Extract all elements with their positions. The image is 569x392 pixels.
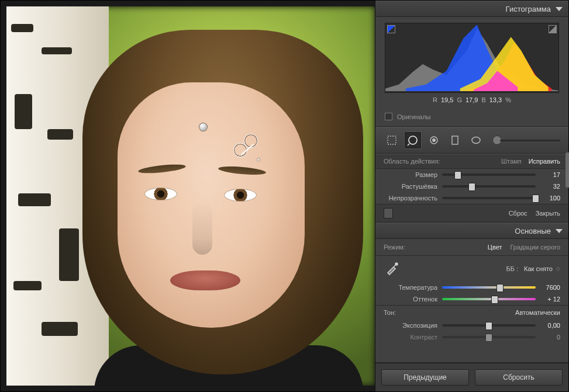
originals-label: Оригиналы xyxy=(397,113,431,120)
bottom-button-bar: Предыдущие Сбросить xyxy=(375,363,568,391)
feather-slider[interactable]: Растушёвка 32 xyxy=(375,181,568,192)
photo-nose xyxy=(192,202,212,255)
svg-point-5 xyxy=(472,137,480,144)
basic-title: Основные xyxy=(515,227,551,235)
previous-button[interactable]: Предыдущие xyxy=(381,369,469,386)
treatment-bw[interactable]: Градации серого xyxy=(511,244,561,251)
white-balance-dropper-icon[interactable] xyxy=(384,261,400,277)
spot-reset-button[interactable]: Сброс xyxy=(509,210,527,217)
photo-eye xyxy=(144,188,177,200)
spot-area-label: Область действия: xyxy=(384,158,440,165)
photo-eye xyxy=(224,189,257,202)
spot-close-button[interactable]: Закрыть xyxy=(536,210,560,217)
spot-removal-tool-icon[interactable] xyxy=(405,132,421,148)
svg-rect-4 xyxy=(452,136,458,144)
treatment-label: Режим: xyxy=(384,244,405,251)
image-preview[interactable]: + xyxy=(6,6,375,386)
svg-point-1 xyxy=(409,136,417,144)
tone-auto-button[interactable]: Автоматически xyxy=(515,309,560,316)
wb-label: ББ : xyxy=(506,265,518,272)
tint-slider[interactable]: Оттенок + 12 xyxy=(375,293,568,305)
tool-strip xyxy=(375,127,568,154)
heal-spot-pin[interactable] xyxy=(199,123,207,131)
crop-tool-icon[interactable] xyxy=(384,132,400,148)
treatment-color[interactable]: Цвет xyxy=(488,244,502,251)
svg-point-3 xyxy=(433,139,435,141)
graduated-filter-tool-icon[interactable] xyxy=(447,132,463,148)
right-panel: Гистограмма R19,5 G17,9 B13,3 % Ориг xyxy=(375,1,568,391)
temperature-slider[interactable]: Температура 7600 xyxy=(375,282,568,293)
radial-filter-tool-icon[interactable] xyxy=(468,132,484,148)
collapse-icon xyxy=(556,229,563,233)
panel-resize-grip[interactable] xyxy=(565,152,569,188)
opacity-slider[interactable]: Непрозрачность 100 xyxy=(375,192,568,204)
basic-panel-header[interactable]: Основные xyxy=(375,223,568,239)
spot-removal-panel: Область действия: Штамп Исправить Размер… xyxy=(375,154,568,223)
adjustment-brush-slider[interactable] xyxy=(492,136,560,145)
collapse-icon xyxy=(556,7,563,11)
svg-rect-0 xyxy=(388,136,396,144)
tone-label: Тон: xyxy=(384,309,396,316)
redeye-tool-icon[interactable] xyxy=(426,132,442,148)
exposure-slider[interactable]: Экспозиция 0,00 xyxy=(375,320,568,331)
photo-face xyxy=(118,82,305,328)
spot-panel-switch[interactable] xyxy=(384,208,393,218)
size-slider[interactable]: Размер 17 xyxy=(375,169,568,181)
rgb-readout: R19,5 G17,9 B13,3 % xyxy=(385,93,559,107)
spot-mode-stamp[interactable]: Штамп xyxy=(501,158,522,165)
svg-point-6 xyxy=(395,263,398,265)
basic-panel: Режим: Цвет Градации серого ББ : Как сня… xyxy=(375,239,568,363)
histogram-title: Гистограмма xyxy=(506,5,551,13)
histogram-chart[interactable] xyxy=(385,23,559,93)
contrast-slider[interactable]: Контраст 0 xyxy=(375,331,568,343)
histogram-panel: R19,5 G17,9 B13,3 % Оригиналы xyxy=(375,17,568,127)
spot-mode-heal[interactable]: Исправить xyxy=(529,158,560,165)
wb-preset-dropdown[interactable]: Как снято◇ xyxy=(524,265,560,272)
reset-button[interactable]: Сбросить xyxy=(475,369,563,386)
photo-lips xyxy=(170,270,240,290)
originals-checkbox[interactable] xyxy=(385,113,392,120)
histogram-panel-header[interactable]: Гистограмма xyxy=(375,1,568,17)
